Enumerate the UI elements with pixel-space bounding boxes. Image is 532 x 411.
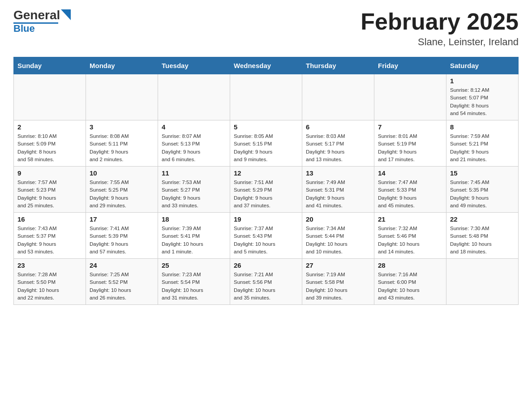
day-info: Sunrise: 7:21 AM Sunset: 5:56 PM Dayligh… [234, 271, 298, 302]
calendar-cell: 4Sunrise: 8:07 AM Sunset: 5:13 PM Daylig… [158, 120, 230, 167]
day-info: Sunrise: 7:57 AM Sunset: 5:23 PM Dayligh… [17, 179, 82, 210]
day-info: Sunrise: 7:51 AM Sunset: 5:29 PM Dayligh… [234, 179, 298, 210]
day-info: Sunrise: 7:32 AM Sunset: 5:46 PM Dayligh… [378, 225, 442, 256]
day-number: 14 [378, 169, 442, 177]
calendar-cell: 26Sunrise: 7:21 AM Sunset: 5:56 PM Dayli… [230, 259, 302, 305]
day-number: 24 [90, 261, 154, 269]
calendar-cell: 28Sunrise: 7:16 AM Sunset: 6:00 PM Dayli… [374, 259, 446, 305]
day-number: 15 [450, 169, 515, 177]
month-title: February 2025 [360, 9, 519, 34]
day-info: Sunrise: 7:28 AM Sunset: 5:50 PM Dayligh… [17, 271, 82, 302]
day-header-sunday: Sunday [14, 57, 86, 74]
calendar-cell: 13Sunrise: 7:49 AM Sunset: 5:31 PM Dayli… [302, 167, 374, 213]
calendar-cell: 24Sunrise: 7:25 AM Sunset: 5:52 PM Dayli… [86, 259, 158, 305]
day-number: 9 [17, 169, 82, 177]
day-info: Sunrise: 7:55 AM Sunset: 5:25 PM Dayligh… [90, 179, 154, 210]
logo-text-blue: Blue [13, 24, 35, 34]
day-number: 21 [378, 215, 442, 223]
day-info: Sunrise: 7:47 AM Sunset: 5:33 PM Dayligh… [378, 179, 442, 210]
day-number: 13 [306, 169, 370, 177]
day-header-tuesday: Tuesday [158, 57, 230, 74]
day-number: 28 [378, 261, 442, 269]
calendar-cell [302, 74, 374, 120]
day-number: 25 [162, 261, 226, 269]
logo: General Blue [13, 9, 71, 34]
day-number: 10 [90, 169, 154, 177]
day-info: Sunrise: 8:03 AM Sunset: 5:17 PM Dayligh… [306, 133, 370, 163]
day-number: 16 [17, 215, 82, 223]
day-info: Sunrise: 8:07 AM Sunset: 5:13 PM Dayligh… [162, 133, 226, 163]
day-number: 18 [162, 215, 226, 223]
calendar-cell: 17Sunrise: 7:41 AM Sunset: 5:39 PM Dayli… [86, 213, 158, 259]
calendar-cell [14, 74, 86, 120]
day-number: 6 [306, 123, 370, 131]
calendar-header-row: SundayMondayTuesdayWednesdayThursdayFrid… [14, 57, 519, 74]
day-number: 26 [234, 261, 298, 269]
calendar-week-row: 23Sunrise: 7:28 AM Sunset: 5:50 PM Dayli… [14, 259, 519, 305]
day-header-friday: Friday [374, 57, 446, 74]
calendar: SundayMondayTuesdayWednesdayThursdayFrid… [13, 57, 519, 305]
day-info: Sunrise: 7:16 AM Sunset: 6:00 PM Dayligh… [378, 271, 442, 302]
day-number: 4 [162, 123, 226, 131]
calendar-cell: 5Sunrise: 8:05 AM Sunset: 5:15 PM Daylig… [230, 120, 302, 167]
day-info: Sunrise: 7:45 AM Sunset: 5:35 PM Dayligh… [450, 179, 515, 210]
day-info: Sunrise: 8:10 AM Sunset: 5:09 PM Dayligh… [17, 133, 82, 163]
calendar-cell: 8Sunrise: 7:59 AM Sunset: 5:21 PM Daylig… [446, 120, 519, 167]
calendar-cell: 23Sunrise: 7:28 AM Sunset: 5:50 PM Dayli… [14, 259, 86, 305]
day-info: Sunrise: 7:49 AM Sunset: 5:31 PM Dayligh… [306, 179, 370, 210]
day-number: 11 [162, 169, 226, 177]
calendar-cell [374, 74, 446, 120]
calendar-cell: 22Sunrise: 7:30 AM Sunset: 5:48 PM Dayli… [446, 213, 519, 259]
calendar-cell: 15Sunrise: 7:45 AM Sunset: 5:35 PM Dayli… [446, 167, 519, 213]
calendar-cell: 16Sunrise: 7:43 AM Sunset: 5:37 PM Dayli… [14, 213, 86, 259]
day-number: 20 [306, 215, 370, 223]
day-info: Sunrise: 7:19 AM Sunset: 5:58 PM Dayligh… [306, 271, 370, 302]
calendar-cell: 3Sunrise: 8:08 AM Sunset: 5:11 PM Daylig… [86, 120, 158, 167]
calendar-cell [86, 74, 158, 120]
calendar-cell: 19Sunrise: 7:37 AM Sunset: 5:43 PM Dayli… [230, 213, 302, 259]
day-header-thursday: Thursday [302, 57, 374, 74]
day-info: Sunrise: 8:05 AM Sunset: 5:15 PM Dayligh… [234, 133, 298, 163]
calendar-cell: 20Sunrise: 7:34 AM Sunset: 5:44 PM Dayli… [302, 213, 374, 259]
day-header-monday: Monday [86, 57, 158, 74]
day-number: 27 [306, 261, 370, 269]
page-header: General Blue February 2025 Slane, Leinst… [13, 9, 519, 48]
logo-triangle-icon [61, 9, 71, 20]
day-number: 17 [90, 215, 154, 223]
day-number: 12 [234, 169, 298, 177]
calendar-cell: 11Sunrise: 7:53 AM Sunset: 5:27 PM Dayli… [158, 167, 230, 213]
day-info: Sunrise: 8:01 AM Sunset: 5:19 PM Dayligh… [378, 133, 442, 163]
calendar-cell: 9Sunrise: 7:57 AM Sunset: 5:23 PM Daylig… [14, 167, 86, 213]
day-info: Sunrise: 7:39 AM Sunset: 5:41 PM Dayligh… [162, 225, 226, 256]
location: Slane, Leinster, Ireland [360, 36, 519, 48]
calendar-cell: 7Sunrise: 8:01 AM Sunset: 5:19 PM Daylig… [374, 120, 446, 167]
day-header-saturday: Saturday [446, 57, 519, 74]
logo-text-general: General [13, 9, 60, 21]
calendar-cell: 1Sunrise: 8:12 AM Sunset: 5:07 PM Daylig… [446, 74, 519, 120]
day-info: Sunrise: 7:23 AM Sunset: 5:54 PM Dayligh… [162, 271, 226, 302]
day-info: Sunrise: 7:59 AM Sunset: 5:21 PM Dayligh… [450, 133, 515, 163]
calendar-week-row: 16Sunrise: 7:43 AM Sunset: 5:37 PM Dayli… [14, 213, 519, 259]
calendar-cell: 18Sunrise: 7:39 AM Sunset: 5:41 PM Dayli… [158, 213, 230, 259]
calendar-week-row: 9Sunrise: 7:57 AM Sunset: 5:23 PM Daylig… [14, 167, 519, 213]
calendar-cell: 6Sunrise: 8:03 AM Sunset: 5:17 PM Daylig… [302, 120, 374, 167]
title-section: February 2025 Slane, Leinster, Ireland [360, 9, 519, 48]
day-number: 8 [450, 123, 515, 131]
calendar-cell: 27Sunrise: 7:19 AM Sunset: 5:58 PM Dayli… [302, 259, 374, 305]
day-info: Sunrise: 8:12 AM Sunset: 5:07 PM Dayligh… [450, 86, 515, 117]
day-number: 5 [234, 123, 298, 131]
calendar-cell [230, 74, 302, 120]
day-info: Sunrise: 8:08 AM Sunset: 5:11 PM Dayligh… [90, 133, 154, 163]
day-number: 23 [17, 261, 82, 269]
day-number: 3 [90, 123, 154, 131]
day-info: Sunrise: 7:25 AM Sunset: 5:52 PM Dayligh… [90, 271, 154, 302]
day-info: Sunrise: 7:34 AM Sunset: 5:44 PM Dayligh… [306, 225, 370, 256]
day-info: Sunrise: 7:30 AM Sunset: 5:48 PM Dayligh… [450, 225, 515, 256]
day-header-wednesday: Wednesday [230, 57, 302, 74]
calendar-cell: 25Sunrise: 7:23 AM Sunset: 5:54 PM Dayli… [158, 259, 230, 305]
svg-marker-0 [61, 9, 71, 20]
calendar-cell: 2Sunrise: 8:10 AM Sunset: 5:09 PM Daylig… [14, 120, 86, 167]
day-number: 7 [378, 123, 442, 131]
day-info: Sunrise: 7:53 AM Sunset: 5:27 PM Dayligh… [162, 179, 226, 210]
day-number: 2 [17, 123, 82, 131]
